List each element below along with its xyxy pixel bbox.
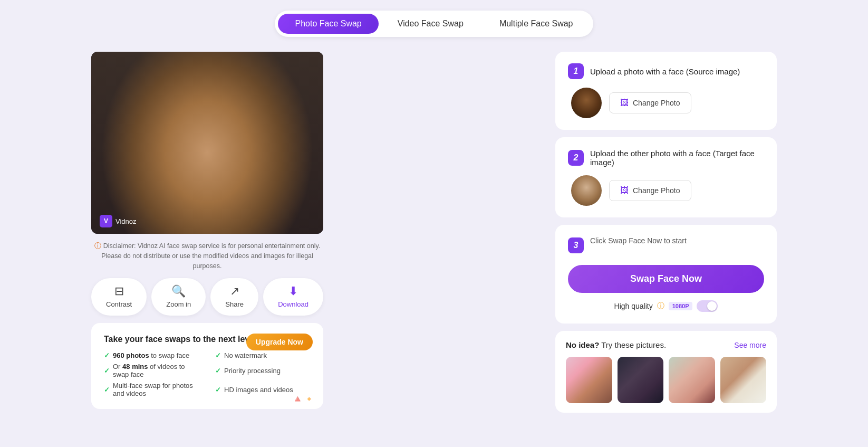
- step2-card: 2 Upload the other photo with a face (Ta…: [555, 137, 777, 217]
- step2-body: 🖼 Change Photo: [568, 175, 764, 206]
- swap-face-now-button[interactable]: Swap Face Now: [568, 265, 764, 293]
- step3-header: 3 Click Swap Face Now to start: [568, 236, 764, 254]
- tab-video-face-swap[interactable]: Video Face Swap: [381, 14, 480, 34]
- suggestion-image-4[interactable]: [720, 357, 767, 403]
- disclaimer-text: ⓘDisclaimer: Vidnoz AI face swap service…: [91, 241, 323, 271]
- suggestion-image-1[interactable]: [566, 357, 612, 403]
- right-panel: 1 Upload a photo with a face (Source ima…: [555, 52, 777, 413]
- result-image-container: V Vidnoz: [91, 52, 323, 234]
- share-icon: ↗: [230, 286, 239, 297]
- main-layout: V Vidnoz ⓘDisclaimer: Vidnoz AI face swa…: [91, 52, 777, 413]
- check-icon-6: ✓: [215, 386, 221, 394]
- step1-header: 1 Upload a photo with a face (Source ima…: [568, 63, 764, 79]
- quality-label: High quality: [614, 302, 653, 310]
- suggestion-image-2[interactable]: [618, 357, 664, 403]
- share-label: Share: [225, 300, 244, 308]
- step1-body: 🖼 Change Photo: [568, 88, 764, 118]
- step3-desc: Click Swap Face Now to start: [590, 236, 687, 245]
- source-face-thumb: [571, 88, 602, 118]
- feature-photos: ✓ 960 photos to swap face: [104, 351, 199, 359]
- change-photo-button-1[interactable]: 🖼 Change Photo: [609, 92, 691, 113]
- upgrade-now-button[interactable]: Upgrade Now: [246, 334, 313, 350]
- step1-title: Upload a photo with a face (Source image…: [590, 67, 740, 76]
- check-icon-2: ✓: [104, 367, 110, 375]
- face-image: V Vidnoz: [91, 52, 323, 234]
- share-button[interactable]: ↗ Share: [210, 278, 258, 316]
- contrast-icon: ⊟: [114, 286, 124, 297]
- suggestions-grid: [566, 357, 766, 403]
- left-panel: V Vidnoz ⓘDisclaimer: Vidnoz AI face swa…: [91, 52, 541, 409]
- feature-videos: ✓ Or 48 mins of videos to swap face: [104, 363, 199, 378]
- zoom-in-button[interactable]: 🔍 Zoom in: [151, 278, 206, 316]
- features-grid: ✓ 960 photos to swap face ✓ No watermark…: [104, 351, 311, 397]
- upgrade-box: Take your face swaps to the next level! …: [91, 323, 323, 409]
- step3-body: Swap Face Now High quality ⓘ 1080P: [568, 263, 764, 312]
- download-button[interactable]: ⬇ Download: [263, 278, 323, 316]
- quality-row: High quality ⓘ 1080P: [568, 300, 764, 312]
- quality-info-icon: ⓘ: [657, 301, 664, 311]
- step2-header: 2 Upload the other photo with a face (Ta…: [568, 149, 764, 167]
- feature-multiface: ✓ Multi-face swap for photos and videos: [104, 382, 199, 397]
- suggestions-title: No idea? Try these pictures.: [566, 340, 666, 349]
- feature-priority: ✓ Priority processing: [215, 363, 311, 378]
- change-photo-label-2: Change Photo: [633, 186, 680, 195]
- contrast-label: Contrast: [106, 300, 132, 308]
- step1-number: 1: [568, 63, 584, 79]
- change-photo-button-2[interactable]: 🖼 Change Photo: [609, 180, 691, 201]
- step2-number: 2: [568, 150, 584, 166]
- suggestion-image-3[interactable]: [669, 357, 715, 403]
- image-icon-2: 🖼: [620, 186, 629, 195]
- tab-multiple-face-swap[interactable]: Multiple Face Swap: [483, 14, 590, 34]
- check-icon-1: ✓: [104, 351, 110, 359]
- image-icon-1: 🖼: [620, 98, 629, 108]
- download-icon: ⬇: [288, 286, 298, 297]
- suggestions-card: No idea? Try these pictures. See more: [555, 331, 777, 413]
- suggestions-header: No idea? Try these pictures. See more: [566, 340, 766, 349]
- face-silhouette: [91, 52, 323, 234]
- check-icon-3: ✓: [104, 386, 110, 394]
- tab-photo-face-swap[interactable]: Photo Face Swap: [278, 14, 378, 34]
- disclaimer-icon: ⓘ: [94, 242, 101, 250]
- zoom-icon: 🔍: [171, 286, 186, 297]
- vidnoz-brand-text: Vidnoz: [115, 217, 137, 225]
- feature-no-watermark: ✓ No watermark: [215, 351, 311, 359]
- toolbar: ⊟ Contrast 🔍 Zoom in ↗ Share ⬇ Download: [91, 278, 323, 316]
- contrast-button[interactable]: ⊟ Contrast: [91, 278, 147, 316]
- vidnoz-watermark: V Vidnoz: [100, 215, 137, 227]
- download-label: Download: [278, 300, 308, 308]
- step3-number: 3: [568, 237, 584, 253]
- tab-bar: Photo Face Swap Video Face Swap Multiple…: [275, 11, 593, 37]
- zoom-label: Zoom in: [166, 300, 191, 308]
- check-icon-4: ✓: [215, 351, 221, 359]
- vidnoz-logo-icon: V: [100, 215, 112, 227]
- step2-title: Upload the other photo with a face (Targ…: [590, 149, 764, 167]
- quality-badge: 1080P: [669, 302, 693, 310]
- see-more-link[interactable]: See more: [734, 341, 766, 349]
- check-icon-5: ✓: [215, 367, 221, 375]
- step3-card: 3 Click Swap Face Now to start Swap Face…: [555, 225, 777, 324]
- change-photo-label-1: Change Photo: [633, 99, 680, 107]
- deco-dots: 🔺🔸: [292, 393, 315, 405]
- step1-card: 1 Upload a photo with a face (Source ima…: [555, 52, 777, 130]
- quality-toggle[interactable]: [697, 300, 718, 312]
- target-face-thumb: [571, 175, 602, 206]
